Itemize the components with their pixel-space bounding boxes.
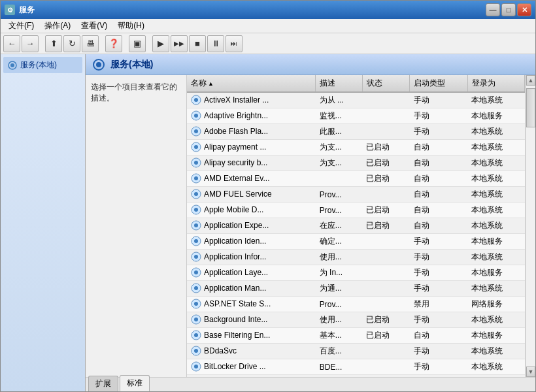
up-button[interactable]: ⬆ <box>45 35 62 52</box>
print-button[interactable]: 🖶 <box>82 35 99 52</box>
table-row[interactable]: Alipay payment ...为支...已启动自动本地系统 <box>187 140 525 155</box>
table-row[interactable]: Adobe Flash Pla...此服...手动本地系统 <box>187 124 525 140</box>
menu-action[interactable]: 操作(A) <box>39 19 76 33</box>
cell-status <box>362 187 410 203</box>
table-row[interactable]: Application Man...为通...手动本地系统 <box>187 281 525 297</box>
svg-point-23 <box>194 239 198 243</box>
cell-name: Alipay payment ... <box>187 140 292 154</box>
col-header-desc[interactable]: 描述 <box>316 75 363 92</box>
table-row[interactable]: Base Filtering En...基本...已启动自动本地服务 <box>187 328 525 344</box>
svg-point-13 <box>194 161 198 165</box>
cell-login: 网络服务 <box>467 297 524 312</box>
col-header-startup[interactable]: 启动类型 <box>410 75 468 92</box>
cell-name: AMD FUEL Service <box>187 187 292 201</box>
cell-desc: 为从 ... <box>316 92 363 108</box>
cell-name: Adobe Flash Pla... <box>187 124 292 139</box>
back-button[interactable]: ← <box>3 35 20 52</box>
table-row[interactable]: Apple Mobile D...Prov...已启动自动本地系统 <box>187 203 525 218</box>
cell-name: Application Infor... <box>187 250 292 264</box>
svg-point-5 <box>194 98 198 102</box>
pause-button[interactable]: ⏸ <box>207 35 224 52</box>
cell-login: 本地系统 <box>467 92 524 108</box>
menu-file[interactable]: 文件(F) <box>3 19 39 33</box>
help-button[interactable]: ❓ <box>105 35 122 52</box>
table-row[interactable]: Application Laye...为 In...手动本地服务 <box>187 265 525 281</box>
toolbar: ← → ⬆ ↻ 🖶 ❓ ▣ ▶ ▶▶ ■ ⏸ ⏭ <box>1 33 535 54</box>
table-row[interactable]: Application Expe...在应...已启动自动本地系统 <box>187 218 525 234</box>
table-row[interactable]: Alipay security b...为支...已启动自动本地系统 <box>187 155 525 171</box>
table-row[interactable]: BDdaSvc百度...手动本地系统 <box>187 344 525 359</box>
svg-point-33 <box>194 318 198 321</box>
col-header-status[interactable]: 状态 <box>362 75 410 92</box>
content-header: 服务(本地) <box>86 54 535 75</box>
scrollbar-thumb[interactable] <box>526 88 535 127</box>
cell-name: Apple Mobile D... <box>187 203 292 217</box>
service-name-text: AMD External Ev... <box>204 174 269 183</box>
view-button[interactable]: ▣ <box>129 35 146 52</box>
forward-button[interactable]: → <box>22 35 39 52</box>
table-row[interactable]: Adaptive Brightn...监视...手动本地服务 <box>187 108 525 124</box>
resume-button[interactable]: ⏭ <box>226 35 243 52</box>
cell-status: 已启动 <box>362 155 410 171</box>
window-title: 服务 <box>19 5 486 16</box>
content-pane: 服务(本地) 选择一个项目来查看它的描述。 名称▲ <box>86 54 535 391</box>
cell-desc: 基本... <box>316 328 363 344</box>
service-gear-icon <box>191 330 201 340</box>
cell-name: Application Iden... <box>187 234 292 248</box>
table-row[interactable]: AMD External Ev...已启动自动本地系统 <box>187 171 525 187</box>
service-name-text: Alipay payment ... <box>204 142 266 152</box>
table-pane[interactable]: 名称▲ 描述 状态 启动类型 登录为 ActiveX Installer ...… <box>187 75 525 377</box>
close-button[interactable]: ✕ <box>517 3 531 16</box>
stop-button[interactable]: ■ <box>189 35 206 52</box>
service-name-text: BDdaSvc <box>204 346 237 355</box>
cell-status <box>362 108 410 124</box>
menu-help[interactable]: 帮助(H) <box>112 19 150 33</box>
cell-login: 本地系统 <box>467 281 524 297</box>
service-name-text: Apple Mobile D... <box>204 205 263 214</box>
scrollbar[interactable]: ▲ ▼ <box>525 75 535 377</box>
start-button[interactable]: ▶ <box>152 35 169 52</box>
sidebar-item-local-services[interactable]: 服务(本地) <box>3 57 82 73</box>
table-row[interactable]: ASP.NET State S...Prov...禁用网络服务 <box>187 297 525 312</box>
cell-startup: 自动 <box>410 328 468 344</box>
cell-startup: 手动 <box>410 234 468 250</box>
cell-desc: Prov... <box>316 187 363 203</box>
cell-startup: 手动 <box>410 344 468 359</box>
table-row[interactable]: ActiveX Installer ...为从 ...手动本地系统 <box>187 92 525 108</box>
cell-startup: 手动 <box>410 265 468 281</box>
col-header-login[interactable]: 登录为 <box>467 75 524 92</box>
service-name-text: Base Filtering En... <box>204 331 270 340</box>
cell-login: 本地服务 <box>467 265 524 281</box>
service-gear-icon <box>191 95 201 105</box>
cell-status <box>362 250 410 265</box>
svg-point-31 <box>194 302 198 306</box>
service-name-text: ASP.NET State S... <box>204 299 271 308</box>
main-window: ⚙ 服务 — □ ✕ 文件(F) 操作(A) 查看(V) 帮助(H) ← → ⬆… <box>0 0 536 392</box>
service-gear-icon <box>191 220 201 231</box>
tab-standard[interactable]: 标准 <box>120 375 150 391</box>
menu-view[interactable]: 查看(V) <box>76 19 112 33</box>
tab-extended[interactable]: 扩展 <box>88 376 118 391</box>
cell-login: 本地系统 <box>467 344 524 359</box>
cell-startup: 禁用 <box>410 297 468 312</box>
cell-login: 本地系统 <box>467 155 524 171</box>
cell-startup: 自动 <box>410 203 468 218</box>
refresh-button[interactable]: ↻ <box>63 35 80 52</box>
cell-startup: 手动 <box>410 359 468 375</box>
maximize-button[interactable]: □ <box>501 3 516 16</box>
table-row[interactable]: BitLocker Drive ...BDE...手动本地系统 <box>187 359 525 375</box>
start2-button[interactable]: ▶▶ <box>171 35 188 52</box>
table-row[interactable]: AMD FUEL ServiceProv...自动本地系统 <box>187 187 525 203</box>
cell-login: 本地服务 <box>467 234 524 250</box>
table-row[interactable]: Application Infor...使用...手动本地系统 <box>187 250 525 265</box>
svg-point-1 <box>10 63 14 67</box>
table-row[interactable]: Background Inte...使用...已启动手动本地系统 <box>187 312 525 328</box>
col-header-name[interactable]: 名称▲ <box>187 75 316 92</box>
cell-login: 本地系统 <box>467 218 524 234</box>
table-row[interactable]: Application Iden...确定...手动本地服务 <box>187 234 525 250</box>
minimize-button[interactable]: — <box>486 3 500 16</box>
svg-point-15 <box>194 176 198 180</box>
cell-status <box>362 281 410 297</box>
cell-name: Adaptive Brightn... <box>187 108 292 123</box>
cell-desc: 为支... <box>316 140 363 155</box>
